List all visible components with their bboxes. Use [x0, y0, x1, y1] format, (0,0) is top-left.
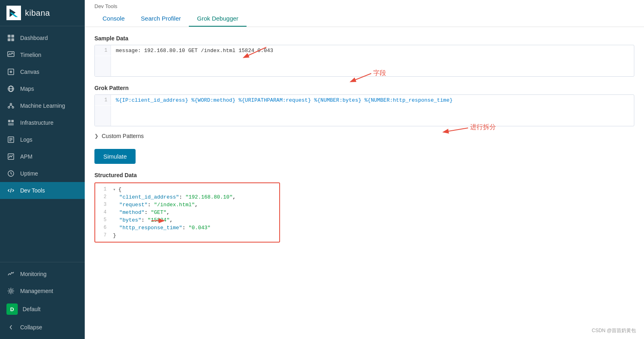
svg-rect-1 [8, 35, 10, 38]
grok-pattern-editor: 1 %{IP:client_id_address} %{WORD:method}… [94, 94, 634, 126]
sidebar-item-label: APM [20, 153, 32, 160]
svg-rect-17 [11, 120, 14, 122]
sidebar-item-label: Monitoring [20, 271, 46, 277]
sidebar-item-label: Canvas [20, 69, 39, 75]
json-line-4: 4 "method": "GET", [95, 209, 279, 216]
svg-point-12 [8, 107, 10, 108]
structured-data-box: 1 ▾ { 2 "client_id_address": "192.168.80… [94, 182, 280, 243]
sidebar-item-apm[interactable]: APM [0, 148, 85, 165]
json-line-2: 2 "client_id_address": "192.168.80.10", [95, 193, 279, 201]
sidebar-item-dashboard[interactable]: Dashboard [0, 29, 85, 46]
ml-icon [6, 101, 15, 110]
sample-data-code[interactable]: 1 message: 192.168.80.10 GET /index.html… [94, 45, 634, 77]
canvas-icon [6, 67, 15, 76]
sidebar-item-logs[interactable]: Logs [0, 131, 85, 148]
svg-point-11 [10, 103, 12, 105]
apm-icon [6, 152, 15, 161]
sidebar-item-label: Dashboard [20, 35, 48, 41]
sidebar-item-label: Machine Learning [20, 103, 65, 109]
structured-data-label: Structured Data [94, 172, 634, 178]
sidebar-item-timelion[interactable]: Timelion [0, 46, 85, 63]
monitoring-icon [6, 270, 15, 278]
grok-empty-line [95, 106, 634, 126]
sidebar-item-uptime[interactable]: Uptime [0, 165, 85, 182]
dashboard-icon [6, 33, 15, 42]
sample-data-line-1: 1 message: 192.168.80.10 GET /index.html… [95, 45, 634, 56]
custom-patterns-label: Custom Patterns [102, 133, 144, 139]
watermark: CSDN @苗苗奶黄包 [592, 327, 636, 334]
sidebar-item-dev-tools[interactable]: Dev Tools [0, 182, 85, 199]
json-arrow: ▾ [113, 187, 118, 192]
line-content: message: 192.168.80.10 GET /index.html 1… [111, 45, 278, 56]
tab-console[interactable]: Console [94, 11, 133, 27]
svg-line-14 [9, 105, 11, 107]
sidebar-item-infrastructure[interactable]: Infrastructure [0, 114, 85, 131]
logo-text: kibana [25, 8, 50, 18]
sidebar: kibana Dashboard Timelion [0, 0, 85, 339]
sidebar-item-monitoring[interactable]: Monitoring [0, 266, 85, 282]
grok-pattern-label: Grok Pattern [94, 85, 634, 91]
kibana-logo-icon [6, 6, 21, 20]
management-icon [6, 287, 15, 295]
grok-pattern-code[interactable]: 1 %{IP:client_id_address} %{WORD:method}… [94, 94, 634, 126]
uptime-icon [6, 169, 15, 178]
sidebar-item-label: Collapse [20, 324, 42, 331]
sidebar-item-management[interactable]: Management [0, 282, 85, 299]
line-number-empty [95, 56, 111, 76]
main-content: Dev Tools Console Search Profiler Grok D… [85, 0, 644, 339]
logo-area: kibana [0, 0, 85, 26]
svg-rect-18 [8, 123, 14, 126]
simulate-button[interactable]: Simulate [94, 149, 136, 164]
page-title: Dev Tools [94, 0, 634, 9]
svg-point-13 [12, 107, 14, 108]
svg-line-25 [10, 188, 11, 193]
maps-icon [6, 84, 15, 93]
sidebar-item-machine-learning[interactable]: Machine Learning [0, 97, 85, 114]
sidebar-item-collapse[interactable]: Collapse [0, 319, 85, 336]
sidebar-item-label: Infrastructure [20, 119, 53, 126]
tab-grok-debugger[interactable]: Grok Debugger [189, 11, 247, 27]
grok-line-content-empty [111, 106, 121, 111]
sample-data-label: Sample Data [94, 35, 634, 42]
sidebar-item-label: Maps [20, 86, 34, 92]
collapse-icon [6, 323, 15, 332]
tab-search-profiler[interactable]: Search Profiler [133, 11, 189, 27]
annotation-container: 字段 进行拆分 Sample Data 1 message: 192.168.8… [85, 35, 644, 243]
timelion-icon [6, 50, 15, 59]
infrastructure-icon [6, 118, 15, 127]
grok-line-number-empty [95, 106, 111, 126]
sidebar-item-label: Timelion [20, 52, 41, 58]
tab-bar: Console Search Profiler Grok Debugger [94, 11, 634, 27]
line-content-empty [111, 56, 121, 61]
line-number: 1 [95, 45, 111, 56]
svg-rect-16 [8, 120, 10, 122]
svg-line-30 [444, 128, 468, 132]
sidebar-item-label: Default [23, 306, 40, 312]
json-line-6: 6 "http_response_time": "0.043" [95, 224, 279, 232]
chevron-right-icon: ❯ [94, 133, 98, 139]
main-nav: Dashboard Timelion Canvas [0, 26, 85, 262]
grok-pattern-line-1: 1 %{IP:client_id_address} %{WORD:method}… [95, 95, 634, 106]
svg-rect-2 [11, 35, 14, 38]
sample-data-editor: 1 message: 192.168.80.10 GET /index.html… [94, 45, 634, 77]
svg-line-15 [11, 105, 13, 107]
sidebar-item-label: Management [20, 288, 53, 294]
page-header: Dev Tools Console Search Profiler Grok D… [85, 0, 644, 27]
grok-line-content: %{IP:client_id_address} %{WORD:method} %… [111, 95, 458, 106]
grok-line-number: 1 [95, 95, 111, 105]
custom-patterns-section[interactable]: ❯ Custom Patterns [94, 133, 634, 139]
svg-point-7 [10, 71, 12, 73]
sidebar-item-default[interactable]: D Default [0, 299, 85, 319]
svg-rect-3 [8, 38, 10, 41]
user-badge: D [6, 303, 18, 315]
json-line-5: 5 "bytes": "15824", [95, 216, 279, 224]
json-line-3: 3 "request": "/index.html", [95, 201, 279, 209]
sidebar-item-canvas[interactable]: Canvas [0, 63, 85, 80]
svg-rect-4 [11, 38, 14, 41]
sample-data-empty-line [95, 56, 634, 76]
logs-icon [6, 135, 15, 144]
dev-tools-icon [6, 186, 15, 195]
svg-point-26 [10, 290, 12, 292]
sidebar-item-label: Logs [20, 136, 32, 143]
sidebar-item-maps[interactable]: Maps [0, 80, 85, 97]
